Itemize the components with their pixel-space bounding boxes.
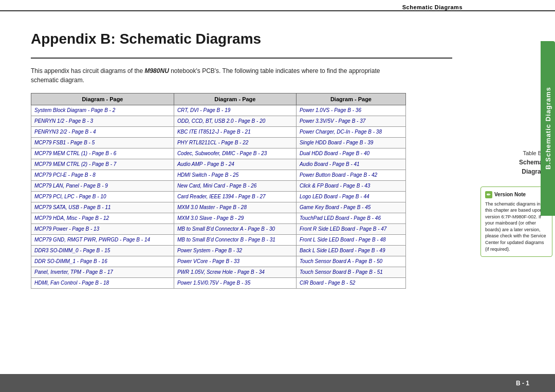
cell-2-0: PENRYN3 2/2 - Page B - 4: [31, 127, 174, 138]
table-row: Panel, Inverter, TPM - Page B - 17PWR 1.…: [31, 267, 406, 278]
cell-13-2: Back L Side LED Board - Page B - 49: [296, 246, 405, 256]
cell-15-2: Touch Sensor Board B - Page B - 51: [296, 267, 405, 278]
cell-5-0: MCP79 MEM CTRL (2) - Page B - 7: [31, 159, 174, 170]
cell-14-1: Power VCore - Page B - 33: [174, 256, 296, 267]
col3-header: Diagram - Page: [296, 94, 405, 105]
table-row: MCP79 LAN, Panel - Page B - 9New Card, M…: [31, 181, 406, 192]
cell-13-0: DDR3 SO-DIMM_0 - Page B - 15: [31, 246, 174, 256]
cell-16-1: Power 1.5V/0.75V - Page B - 35: [174, 278, 296, 289]
cell-15-1: PWR 1.05V, Screw Hole - Page B - 34: [174, 267, 296, 278]
cell-1-0: PENRYN 1/2 - Page B - 3: [31, 116, 174, 127]
col1-header: Diagram - Page: [31, 94, 174, 105]
intro-paragraph: This appendix has circuit diagrams of th…: [31, 66, 401, 85]
cell-1-2: Power 3.3V/5V - Page B - 37: [296, 116, 405, 127]
cell-5-1: Audio AMP - Page B - 24: [174, 159, 296, 170]
cell-4-0: MCP79 MEM CTRL (1) - Page B - 6: [31, 148, 174, 159]
pencil-icon: ✏: [485, 191, 492, 198]
table-row: DDR SO-DIMM_1 - Page B - 16Power VCore -…: [31, 256, 406, 267]
cell-16-2: CIR Board - Page B - 52: [296, 278, 405, 289]
main-content: Appendix B: Schematic Diagrams This appe…: [31, 15, 452, 371]
cell-8-0: MCP79 PCI, LPC - Page B - 10: [31, 192, 174, 202]
cell-9-0: MCP79 SATA, USB - Page B - 11: [31, 202, 174, 213]
top-header: Schematic Diagrams: [0, 0, 555, 11]
cell-10-1: MXM 3.0 Slave - Page B - 29: [174, 213, 296, 224]
cell-8-2: Logo LED Board - Page B - 44: [296, 192, 405, 202]
cell-2-1: KBC ITE IT8512-J - Page B - 21: [174, 127, 296, 138]
cell-3-1: PHY RTL8211CL - Page B - 22: [174, 138, 296, 148]
col2-header: Diagram - Page: [174, 94, 296, 105]
cell-4-1: Codec, Subwoofer, DMIC - Page B - 23: [174, 148, 296, 159]
cell-4-2: Dual HDD Board - Page B - 40: [296, 148, 405, 159]
table-row: PENRYN 1/2 - Page B - 3ODD, CCD, BT, USB…: [31, 116, 406, 127]
header-title: Schematic Diagrams: [402, 4, 462, 10]
table-row: MCP79 PCI, LPC - Page B - 10Card Reader,…: [31, 192, 406, 202]
cell-9-1: MXM 3.0 Master - Page B - 28: [174, 202, 296, 213]
cell-10-0: MCP79 HDA, Misc - Page B - 12: [31, 213, 174, 224]
page-title: Appendix B: Schematic Diagrams: [31, 31, 452, 47]
cell-1-1: ODD, CCD, BT, USB 2.0 - Page B - 20: [174, 116, 296, 127]
page-number: B - 1: [516, 380, 529, 387]
table-row: MCP79 MEM CTRL (2) - Page B - 7Audio AMP…: [31, 159, 406, 170]
cell-11-1: MB to Small B'd Connector A - Page B - 3…: [174, 224, 296, 235]
title-divider: [31, 58, 452, 59]
cell-12-0: MCP79 GND, RMGT PWR, PWRGD - Page B - 14: [31, 235, 174, 246]
footer: B - 1: [0, 374, 555, 392]
version-note-header: ✏ Version Note: [485, 191, 548, 198]
table-row: HDMI, Fan Control - Page B - 18Power 1.5…: [31, 278, 406, 289]
table-row: MCP79 GND, RMGT PWR, PWRGD - Page B - 14…: [31, 235, 406, 246]
cell-0-0: System Block Diagram - Page B - 2: [31, 105, 174, 116]
cell-9-2: Game Key Board - Page B - 45: [296, 202, 405, 213]
table-row: MCP79 HDA, Misc - Page B - 12MXM 3.0 Sla…: [31, 213, 406, 224]
table-row: DDR3 SO-DIMM_0 - Page B - 15Power System…: [31, 246, 406, 256]
cell-3-2: Single HDD Board - Page B - 39: [296, 138, 405, 148]
cell-3-0: MCP79 FSB1 - Page B - 5: [31, 138, 174, 148]
cell-8-1: Card Reader, IEEE 1394 - Page B - 27: [174, 192, 296, 202]
cell-7-2: Click & FP Board - Page B - 43: [296, 181, 405, 192]
cell-16-0: HDMI, Fan Control - Page B - 18: [31, 278, 174, 289]
table-row: MCP79 PCI-E - Page B - 8HDMI Switch - Pa…: [31, 170, 406, 181]
diagram-table: Diagram - Page Diagram - Page Diagram - …: [31, 93, 406, 289]
cell-6-0: MCP79 PCI-E - Page B - 8: [31, 170, 174, 181]
vertical-tab: B.Schematic Diagrams: [541, 41, 555, 216]
cell-6-1: HDMI Switch - Page B - 25: [174, 170, 296, 181]
cell-2-2: Power Charger, DC-In - Page B - 38: [296, 127, 405, 138]
cell-14-2: Touch Sensor Board A - Page B - 50: [296, 256, 405, 267]
cell-14-0: DDR SO-DIMM_1 - Page B - 16: [31, 256, 174, 267]
cell-0-2: Power 1.0VS - Page B - 36: [296, 105, 405, 116]
table-row: System Block Diagram - Page B - 2CRT, DV…: [31, 105, 406, 116]
cell-6-2: Power Button Board - Page B - 42: [296, 170, 405, 181]
cell-10-2: TouchPad LED Board - Page B - 46: [296, 213, 405, 224]
cell-11-0: MCP79 Power - Page B - 13: [31, 224, 174, 235]
table-row: MCP79 FSB1 - Page B - 5PHY RTL8211CL - P…: [31, 138, 406, 148]
table-row: MCP79 Power - Page B - 13MB to Small B'd…: [31, 224, 406, 235]
cell-11-2: Front R Side LED Board - Page B - 47: [296, 224, 405, 235]
cell-13-1: Power System - Page B - 32: [174, 246, 296, 256]
table-row: MCP79 SATA, USB - Page B - 11MXM 3.0 Mas…: [31, 202, 406, 213]
cell-7-0: MCP79 LAN, Panel - Page B - 9: [31, 181, 174, 192]
table-row: MCP79 MEM CTRL (1) - Page B - 6Codec, Su…: [31, 148, 406, 159]
cell-12-1: MB to Small B'd Connector B - Page B - 3…: [174, 235, 296, 246]
cell-5-2: Audio Board - Page B - 41: [296, 159, 405, 170]
cell-7-1: New Card, Mini Card - Page B - 26: [174, 181, 296, 192]
cell-12-2: Front L Side LED Board - Page B - 48: [296, 235, 405, 246]
table-row: PENRYN3 2/2 - Page B - 4KBC ITE IT8512-J…: [31, 127, 406, 138]
cell-0-1: CRT, DVI - Page B - 19: [174, 105, 296, 116]
cell-15-0: Panel, Inverter, TPM - Page B - 17: [31, 267, 174, 278]
